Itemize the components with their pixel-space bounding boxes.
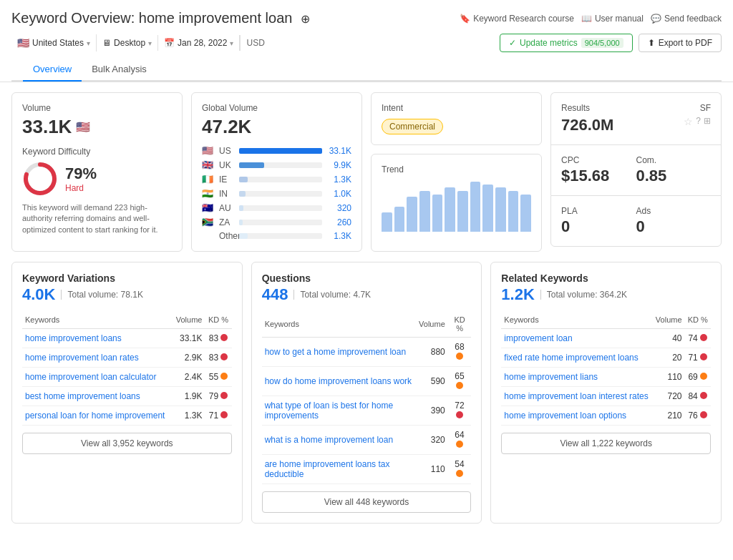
kd-dot-red (456, 411, 463, 418)
keyword-variations-section: Keyword Variations 4.0K Total volume: 78… (11, 262, 243, 524)
country-row-in: 🇮🇳 IN 1.0K (202, 188, 351, 199)
volume-cell: 880 (416, 338, 448, 367)
trend-bar (495, 187, 506, 232)
keyword-link[interactable]: home improvement loan options (504, 411, 626, 421)
results-value: 726.0M (561, 116, 613, 134)
tab-overview[interactable]: Overview (23, 58, 82, 82)
keyword-variations-meta: 4.0K Total volume: 78.1K (22, 285, 232, 304)
keyword-variations-total: Total volume: 78.1K (61, 290, 142, 300)
view-all-keywords-button[interactable]: View all 3,952 keywords (22, 433, 232, 454)
kd-dot-orange (220, 373, 228, 380)
date-dropdown[interactable]: 📅 Jan 28, 2022 ▾ (158, 35, 240, 51)
volume-cell: 590 (416, 367, 448, 396)
trend-bar (419, 191, 430, 232)
questions-title: Questions (262, 272, 472, 284)
keyword-link[interactable]: how to get a home improvement loan (265, 347, 406, 357)
col-keywords: Keywords (501, 311, 652, 329)
desktop-icon: 🖥 (102, 38, 111, 48)
country-row-us: 🇺🇸 US 33.1K (202, 145, 351, 156)
trend-bar (470, 182, 481, 232)
uk-flag: 🇬🇧 (202, 159, 215, 170)
kd-dot-red (220, 411, 228, 418)
question-icon[interactable]: ⊞ (704, 116, 711, 127)
com-label: Com. (636, 155, 712, 165)
global-volume-value: 47.2K (202, 116, 351, 138)
export-pdf-button[interactable]: ⬆ Export to PDF (639, 34, 722, 52)
keyword-link[interactable]: best home improvement loans (25, 391, 140, 401)
kd-dot-orange (456, 441, 463, 448)
keyword-link[interactable]: home improvement loan calculator (25, 372, 156, 382)
keyword-link[interactable]: improvement loan (504, 333, 572, 343)
kd-dot-orange (456, 353, 463, 360)
ads-item: Ads 0 (636, 206, 712, 236)
view-all-related-button[interactable]: View all 1,222 keywords (501, 433, 711, 454)
ads-value: 0 (636, 217, 712, 236)
table-row: home improvement loans 33.1K 83 (22, 329, 232, 348)
keyword-link[interactable]: personal loan for home improvement (25, 411, 165, 421)
in-flag: 🇮🇳 (202, 188, 215, 199)
kd-cell: 55 (205, 368, 231, 387)
kd-label: Keyword Difficulty (22, 147, 172, 157)
related-keywords-title: Related Keywords (501, 272, 711, 284)
chevron-down-icon: ▾ (148, 39, 152, 47)
trend-chart (382, 182, 531, 232)
help-icon[interactable]: ? (696, 116, 701, 127)
keyword-link[interactable]: what is a home improvement loan (265, 435, 393, 445)
intent-trend-column: Intent Commercial Trend (371, 92, 542, 252)
keyword-link[interactable]: home improvement lians (504, 372, 598, 382)
kd-donut-chart (22, 161, 58, 197)
keyword-link[interactable]: what type of loan is best for home impro… (265, 401, 393, 421)
send-feedback-link[interactable]: 💬 Send feedback (651, 14, 722, 24)
header-buttons: ✓ Update metrics 904/5,000 ⬆ Export to P… (500, 34, 722, 52)
device-dropdown[interactable]: 🖥 Desktop ▾ (97, 35, 158, 51)
calendar-icon: 📅 (164, 38, 175, 48)
country-row-uk: 🇬🇧 UK 9.9K (202, 159, 351, 170)
kd-cell: 54 (448, 455, 472, 484)
add-keyword-icon[interactable]: ⊕ (301, 13, 310, 25)
za-flag: 🇿🇦 (202, 217, 215, 227)
com-item: Com. 0.85 (636, 155, 712, 185)
keyword-research-course-link[interactable]: 🔖 Keyword Research course (460, 14, 574, 24)
col-kd: KD % (685, 311, 711, 329)
keyword-link[interactable]: home improvement loans (25, 333, 122, 343)
col-keywords: Keywords (262, 311, 416, 338)
volume-kd-card: Volume 33.1K 🇺🇸 Keyword Difficulty (11, 92, 183, 252)
user-manual-link[interactable]: 📖 User manual (581, 14, 644, 24)
kd-dot-red (220, 392, 228, 399)
trend-bar (520, 195, 531, 232)
com-value: 0.85 (636, 167, 712, 185)
volume-cell: 33.1K (172, 329, 205, 348)
col-volume: Volume (416, 311, 448, 338)
global-volume-card: Global Volume 47.2K 🇺🇸 US 33.1K 🇬🇧 UK 9.… (191, 92, 362, 252)
tab-bulk-analysis[interactable]: Bulk Analysis (82, 58, 157, 82)
kd-cell: 71 (205, 406, 231, 426)
country-dropdown[interactable]: 🇺🇸 United States ▾ (11, 34, 97, 51)
check-icon: ✓ (509, 38, 516, 48)
view-all-questions-button[interactable]: View all 448 keywords (262, 491, 472, 513)
volume-label: Volume (22, 103, 172, 113)
chevron-down-icon: ▾ (87, 39, 90, 47)
keyword-link[interactable]: fixed rate home improvement loans (504, 353, 638, 363)
pla-item: PLA 0 (561, 206, 636, 236)
keyword-link[interactable]: home improvement loan interest rates (504, 391, 648, 401)
kd-cell: 83 (205, 348, 231, 368)
related-keywords-count: 1.2K (501, 285, 534, 304)
related-keywords-total: Total volume: 364.2K (540, 290, 627, 300)
ie-flag: 🇮🇪 (202, 174, 215, 185)
keyword-link[interactable]: how do home improvement loans work (265, 376, 412, 386)
header-actions: 🔖 Keyword Research course 📖 User manual … (460, 14, 722, 24)
table-row: best home improvement loans 1.9K 79 (22, 387, 232, 406)
ads-label: Ads (636, 206, 712, 216)
update-metrics-button[interactable]: ✓ Update metrics 904/5,000 (500, 34, 633, 52)
volume-cell: 40 (652, 329, 684, 348)
keyword-link[interactable]: are home improvement loans tax deductibl… (265, 459, 390, 479)
questions-meta: 448 Total volume: 4.7K (262, 285, 472, 304)
country-row-au: 🇦🇺 AU 320 (202, 202, 351, 213)
sf-stars: ☆ ? ⊞ (684, 116, 711, 127)
kd-cell: 65 (448, 367, 472, 396)
keyword-link[interactable]: home improvement loan rates (25, 353, 139, 363)
country-flag: 🇺🇸 (17, 37, 29, 49)
col-volume: Volume (652, 311, 684, 329)
table-row: how do home improvement loans work 590 6… (262, 367, 472, 396)
country-row-ie: 🇮🇪 IE 1.3K (202, 174, 351, 185)
